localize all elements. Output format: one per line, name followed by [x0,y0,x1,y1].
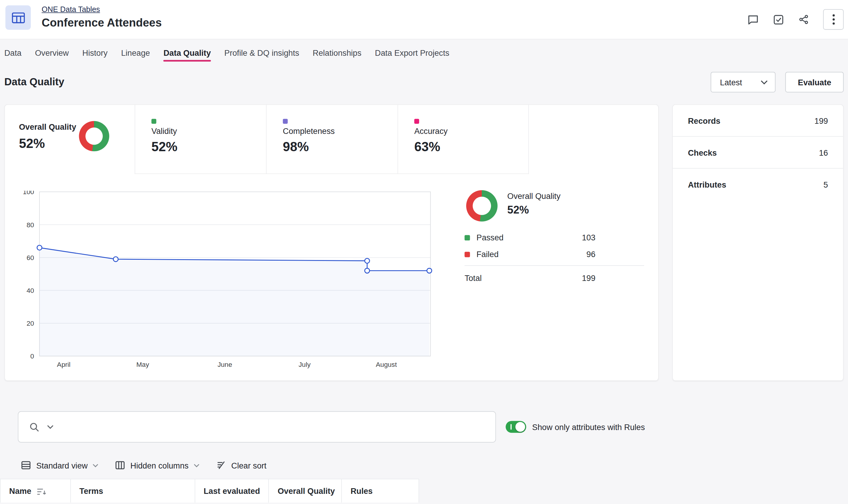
chevron-down-icon [193,464,200,467]
hidden-columns-icon [115,460,125,471]
attribute-filter-row: Show only attributes with Rules [18,411,848,443]
column-header-rules[interactable]: Rules [342,479,419,503]
stat-label: Attributes [688,180,726,189]
passed-value: 103 [582,233,595,242]
tile-label: Overall Quality [19,122,76,131]
overall-quality-donut-large [466,190,498,221]
total-label: Total [464,273,582,283]
stat-row-records: Records 199 [673,105,843,136]
overall-quality-donut [79,121,109,151]
tile-validity: Validity 52% [135,105,266,174]
data-table-icon [5,5,31,30]
svg-text:60: 60 [27,254,34,262]
summary-value: 52% [507,204,529,216]
clear-sort-button[interactable]: Clear sort [215,460,266,471]
header-actions [747,0,844,39]
validity-bullet-icon [151,119,156,124]
failed-label: Failed [477,250,586,259]
column-label: Last evaluated [204,486,260,496]
svg-text:July: July [298,361,311,368]
tile-label: Accuracy [414,126,448,136]
tab-profile-dq-insights[interactable]: Profile & DQ insights [224,39,299,65]
search-scope-chevron-icon[interactable] [47,425,54,429]
search-icon [29,422,39,432]
passed-label: Passed [477,233,582,242]
stat-value: 16 [819,148,828,157]
tab-data[interactable]: Data [4,39,21,65]
tile-label: Validity [151,126,177,136]
clear-sort-icon [215,460,226,471]
section-header: Data Quality Latest Evaluate [0,65,848,99]
sort-icon[interactable] [37,488,46,496]
breadcrumb[interactable]: ONE Data Tables [42,5,100,14]
view-table-icon [21,460,31,471]
column-header-name[interactable]: Name [1,479,71,503]
standard-view-dropdown[interactable]: Standard view [21,460,99,471]
tab-data-quality[interactable]: Data Quality [163,39,211,65]
metric-tiles: Overall Quality 52% Validity 52% Complet… [5,105,658,174]
legend-row-passed: Passed 103 [464,229,644,246]
toggle-label: Show only attributes with Rules [532,422,645,432]
quality-trend-chart: 020406080100AprilMayJuneJulyAugust [15,191,447,371]
stat-label: Checks [688,148,717,157]
stat-row-attributes: Attributes 5 [673,168,843,200]
svg-text:August: August [376,361,397,368]
completeness-bullet-icon [283,119,288,124]
hidden-columns-dropdown[interactable]: Hidden columns [115,460,200,471]
svg-text:April: April [57,361,70,368]
clear-sort-label: Clear sort [231,461,266,470]
svg-text:80: 80 [27,221,34,229]
dq-overview-cards: Overall Quality 52% Validity 52% Complet… [0,104,848,381]
show-only-rules-toggle[interactable] [506,421,526,433]
attributes-table-header: Name Terms Last evaluated Overall Qualit… [0,479,419,503]
passed-bullet-icon [464,235,470,240]
tab-history[interactable]: History [82,39,108,65]
legend-row-failed: Failed 96 [464,246,644,263]
kebab-menu-icon [832,14,835,25]
toggle-knob [516,422,525,432]
hidden-columns-label: Hidden columns [131,461,189,470]
column-label: Name [9,486,31,496]
chevron-down-icon [761,79,768,85]
svg-text:0: 0 [31,353,34,360]
tile-value: 63% [414,139,440,155]
svg-text:May: May [136,361,149,368]
more-actions-button[interactable] [823,9,844,30]
quality-overview-card: Overall Quality 52% Validity 52% Complet… [4,104,658,381]
summary-label: Overall Quality [507,191,560,200]
stat-row-checks: Checks 16 [673,136,843,168]
column-header-last-evaluated[interactable]: Last evaluated [195,479,269,503]
stat-value: 199 [815,116,828,125]
column-header-terms[interactable]: Terms [71,479,195,503]
svg-text:40: 40 [27,287,34,294]
evaluate-button[interactable]: Evaluate [785,72,844,92]
version-selector-value: Latest [720,77,742,87]
rules-toggle-wrap: Show only attributes with Rules [506,421,645,433]
tasks-check-icon[interactable] [772,14,784,25]
tile-completeness: Completeness 98% [266,105,397,174]
column-label: Overall Quality [278,486,335,496]
version-selector[interactable]: Latest [711,72,776,92]
svg-text:June: June [218,361,232,368]
tab-data-export-projects[interactable]: Data Export Projects [375,39,449,65]
tile-label: Completeness [283,126,335,136]
tab-lineage[interactable]: Lineage [121,39,150,65]
pass-fail-legend: Passed 103 Failed 96 Total 199 [464,229,644,287]
column-label: Terms [80,486,103,496]
comments-icon[interactable] [747,14,759,25]
asset-tabs: Data Overview History Lineage Data Quali… [0,39,848,65]
tab-overview[interactable]: Overview [35,39,69,65]
chevron-down-icon [92,464,99,467]
tab-relationships[interactable]: Relationships [313,39,362,65]
legend-row-total: Total 199 [464,268,644,287]
stat-label: Records [688,116,721,125]
share-icon[interactable] [798,14,810,25]
legend-divider [464,266,644,266]
failed-value: 96 [587,250,595,259]
tile-accuracy: Accuracy 63% [398,105,529,174]
column-header-overall-quality[interactable]: Overall Quality [269,479,342,503]
search-input[interactable] [18,411,496,443]
tile-value: 52% [19,136,45,151]
stat-value: 5 [824,180,828,189]
page-title: Conference Attendees [42,16,162,29]
